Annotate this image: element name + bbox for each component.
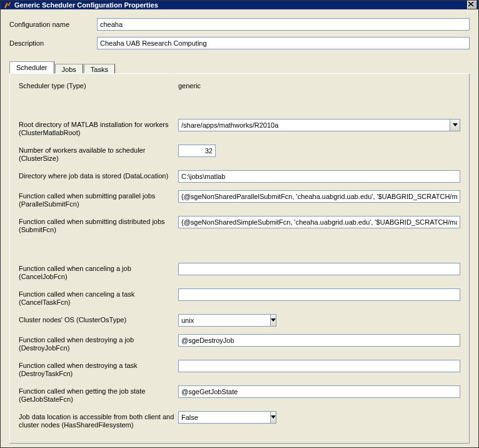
destroyjob-input[interactable] — [178, 334, 460, 347]
canceltask-input[interactable] — [178, 288, 460, 301]
ostype-combo[interactable] — [178, 314, 214, 327]
dialog-window: Generic Scheduler Configuration Properti… — [0, 0, 479, 448]
sharedfs-input[interactable] — [178, 411, 270, 424]
parallel-input[interactable] — [178, 190, 460, 203]
root-label: Root directory of MATLAB installation fo… — [19, 119, 178, 137]
destroytask-label: Function called when destroying a task (… — [19, 360, 178, 378]
config-name-input[interactable] — [97, 18, 470, 31]
sharedfs-combo[interactable] — [178, 411, 214, 424]
app-icon — [3, 1, 12, 9]
window-title: Generic Scheduler Configuration Properti… — [14, 1, 467, 9]
ostype-input[interactable] — [178, 314, 270, 327]
chevron-down-icon[interactable] — [450, 119, 460, 131]
description-input[interactable] — [97, 37, 470, 49]
type-value: generic — [178, 80, 201, 89]
tab-scheduler[interactable]: Scheduler — [9, 61, 54, 74]
description-label: Description — [9, 39, 97, 47]
destroyjob-label: Function called when destroying a job (D… — [19, 334, 178, 352]
dataloc-input[interactable] — [178, 170, 460, 183]
getstate-label: Function called when getting the job sta… — [19, 385, 178, 404]
workers-input[interactable] — [178, 145, 216, 157]
workers-label: Number of workers available to scheduler… — [19, 145, 178, 163]
parallel-label: Function called when submitting parallel… — [19, 190, 178, 208]
destroytask-input[interactable] — [178, 360, 460, 372]
type-label: Scheduler type (Type) — [19, 80, 178, 90]
tab-strip: Scheduler Jobs Tasks — [9, 61, 470, 73]
chevron-down-icon[interactable] — [270, 314, 276, 327]
footer: OK Cancel Help — [9, 444, 470, 448]
chevron-down-icon[interactable] — [270, 411, 276, 424]
getstate-input[interactable] — [178, 385, 460, 398]
root-combo[interactable] — [178, 119, 460, 131]
submit-label: Function called when submitting distribu… — [19, 216, 178, 234]
canceljob-label: Function called when canceling a job (Ca… — [19, 263, 178, 281]
close-button[interactable] — [467, 1, 477, 9]
config-name-label: Configuration name — [9, 21, 97, 28]
titlebar: Generic Scheduler Configuration Properti… — [1, 1, 478, 9]
dataloc-label: Directory where job data is stored (Data… — [19, 170, 178, 180]
sharedfs-label: Job data location is accessible from bot… — [19, 411, 178, 429]
ostype-label: Cluster nodes' OS (ClusterOsType) — [19, 314, 178, 324]
canceltask-label: Function called when canceling a task (C… — [19, 288, 178, 307]
tabpanel-scheduler: Scheduler type (Type) generic Root direc… — [9, 73, 470, 444]
content-area: Configuration name Description Scheduler… — [1, 9, 478, 448]
submit-input[interactable] — [178, 216, 460, 228]
root-input[interactable] — [178, 119, 450, 131]
canceljob-input[interactable] — [178, 263, 460, 275]
